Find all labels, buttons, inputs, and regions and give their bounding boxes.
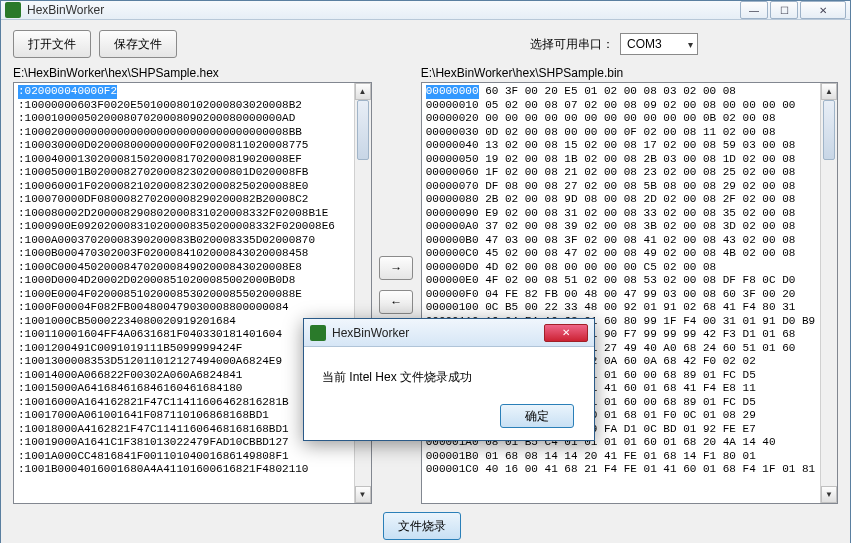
convert-left-button[interactable]: ← [379, 290, 413, 314]
dialog-message: 当前 Intel Hex 文件烧录成功 [304, 347, 594, 396]
scroll-thumb[interactable] [823, 100, 835, 160]
main-window: HexBinWorker — ☐ ✕ 打开文件 保存文件 选择可用串口： COM… [0, 0, 851, 543]
bin-file-path: E:\HexBinWorker\hex\SHPSample.bin [421, 66, 838, 80]
serial-port-label: 选择可用串口： [530, 36, 614, 53]
message-dialog: HexBinWorker ✕ 当前 Intel Hex 文件烧录成功 确定 [303, 318, 595, 441]
serial-port-value: COM3 [627, 37, 662, 51]
client-area: 打开文件 保存文件 选择可用串口： COM3 E:\HexBinWorker\h… [1, 20, 850, 543]
open-file-button[interactable]: 打开文件 [13, 30, 91, 58]
dialog-ok-button[interactable]: 确定 [500, 404, 574, 428]
window-title: HexBinWorker [27, 3, 740, 17]
minimize-button[interactable]: — [740, 1, 768, 19]
save-file-button[interactable]: 保存文件 [99, 30, 177, 58]
dialog-app-icon [310, 325, 326, 341]
scroll-up-icon[interactable]: ▲ [821, 83, 837, 100]
bin-scrollbar[interactable]: ▲ ▼ [820, 83, 837, 503]
toolbar: 打开文件 保存文件 选择可用串口： COM3 [13, 30, 838, 58]
dialog-close-button[interactable]: ✕ [544, 324, 588, 342]
scroll-up-icon[interactable]: ▲ [355, 83, 371, 100]
scroll-thumb[interactable] [357, 100, 369, 160]
titlebar[interactable]: HexBinWorker — ☐ ✕ [1, 1, 850, 20]
serial-port-select[interactable]: COM3 [620, 33, 698, 55]
maximize-button[interactable]: ☐ [770, 1, 798, 19]
scroll-down-icon[interactable]: ▼ [355, 486, 371, 503]
app-icon [5, 2, 21, 18]
close-button[interactable]: ✕ [800, 1, 846, 19]
flash-button[interactable]: 文件烧录 [383, 512, 461, 540]
convert-right-button[interactable]: → [379, 256, 413, 280]
dialog-titlebar[interactable]: HexBinWorker ✕ [304, 319, 594, 347]
dialog-title: HexBinWorker [332, 326, 544, 340]
hex-file-path: E:\HexBinWorker\hex\SHPSample.hex [13, 66, 372, 80]
scroll-down-icon[interactable]: ▼ [821, 486, 837, 503]
